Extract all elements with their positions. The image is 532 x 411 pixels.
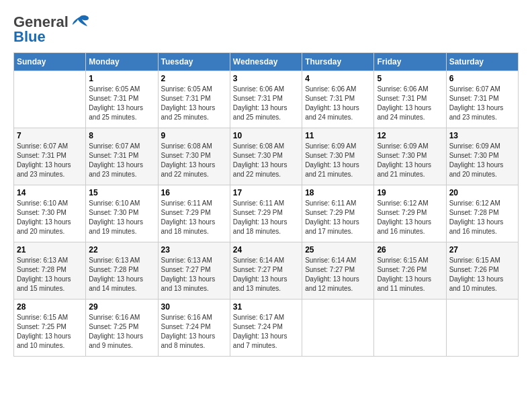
calendar-body: 1Sunrise: 6:05 AM Sunset: 7:31 PM Daylig… [14, 71, 519, 357]
day-number: 24 [233, 245, 299, 255]
day-of-week-header: Wednesday [230, 53, 302, 71]
day-info: Sunrise: 6:13 AM Sunset: 7:28 PM Dayligh… [17, 256, 83, 293]
calendar-cell: 4Sunrise: 6:06 AM Sunset: 7:31 PM Daylig… [302, 71, 374, 128]
day-number: 26 [377, 245, 443, 255]
calendar-cell: 21Sunrise: 6:13 AM Sunset: 7:28 PM Dayli… [14, 242, 86, 300]
day-info: Sunrise: 6:17 AM Sunset: 7:24 PM Dayligh… [233, 313, 299, 351]
calendar-cell: 18Sunrise: 6:11 AM Sunset: 7:29 PM Dayli… [302, 185, 374, 242]
day-info: Sunrise: 6:06 AM Sunset: 7:31 PM Dayligh… [377, 85, 443, 122]
logo-blue-text: Blue [13, 28, 46, 46]
day-of-week-header: Sunday [14, 53, 86, 71]
day-number: 10 [233, 131, 299, 140]
page-header: General Blue [13, 13, 519, 46]
day-number: 28 [17, 302, 83, 312]
calendar-cell: 11Sunrise: 6:09 AM Sunset: 7:30 PM Dayli… [302, 128, 374, 185]
day-number: 15 [89, 188, 154, 197]
calendar-cell: 15Sunrise: 6:10 AM Sunset: 7:30 PM Dayli… [86, 185, 158, 242]
day-number: 8 [89, 131, 154, 140]
calendar-cell: 3Sunrise: 6:06 AM Sunset: 7:31 PM Daylig… [230, 71, 302, 128]
calendar-cell: 22Sunrise: 6:13 AM Sunset: 7:28 PM Dayli… [86, 242, 158, 300]
day-info: Sunrise: 6:08 AM Sunset: 7:30 PM Dayligh… [233, 142, 299, 179]
day-number: 20 [449, 188, 515, 197]
day-number: 4 [305, 74, 371, 83]
day-number: 18 [305, 188, 371, 197]
calendar-cell: 1Sunrise: 6:05 AM Sunset: 7:31 PM Daylig… [86, 71, 158, 128]
calendar-cell [446, 300, 518, 357]
day-info: Sunrise: 6:12 AM Sunset: 7:29 PM Dayligh… [377, 199, 443, 236]
calendar-cell [374, 300, 446, 357]
day-of-week-header: Monday [86, 53, 158, 71]
calendar-week-row: 7Sunrise: 6:07 AM Sunset: 7:31 PM Daylig… [14, 128, 519, 185]
day-info: Sunrise: 6:07 AM Sunset: 7:31 PM Dayligh… [89, 142, 154, 179]
day-info: Sunrise: 6:15 AM Sunset: 7:26 PM Dayligh… [449, 256, 515, 293]
day-of-week-header: Friday [374, 53, 446, 71]
day-info: Sunrise: 6:10 AM Sunset: 7:30 PM Dayligh… [17, 199, 83, 236]
calendar-cell: 14Sunrise: 6:10 AM Sunset: 7:30 PM Dayli… [14, 185, 86, 242]
calendar-cell: 28Sunrise: 6:15 AM Sunset: 7:25 PM Dayli… [14, 300, 86, 357]
day-number: 1 [89, 74, 154, 83]
calendar-cell: 12Sunrise: 6:09 AM Sunset: 7:30 PM Dayli… [374, 128, 446, 185]
day-info: Sunrise: 6:06 AM Sunset: 7:31 PM Dayligh… [305, 85, 371, 122]
day-info: Sunrise: 6:13 AM Sunset: 7:28 PM Dayligh… [89, 256, 154, 293]
day-info: Sunrise: 6:12 AM Sunset: 7:28 PM Dayligh… [449, 199, 515, 236]
calendar-cell: 13Sunrise: 6:09 AM Sunset: 7:30 PM Dayli… [446, 128, 518, 185]
day-number: 11 [305, 131, 371, 140]
day-number: 31 [233, 302, 299, 312]
day-info: Sunrise: 6:07 AM Sunset: 7:31 PM Dayligh… [449, 85, 515, 122]
day-number: 6 [449, 74, 515, 83]
day-info: Sunrise: 6:06 AM Sunset: 7:31 PM Dayligh… [233, 85, 299, 122]
day-number: 21 [17, 245, 83, 255]
day-number: 19 [377, 188, 443, 197]
day-of-week-header: Tuesday [158, 53, 230, 71]
day-info: Sunrise: 6:10 AM Sunset: 7:30 PM Dayligh… [89, 199, 154, 236]
calendar-cell: 23Sunrise: 6:13 AM Sunset: 7:27 PM Dayli… [158, 242, 230, 300]
calendar-cell: 8Sunrise: 6:07 AM Sunset: 7:31 PM Daylig… [86, 128, 158, 185]
day-number: 7 [17, 131, 83, 140]
calendar-cell: 7Sunrise: 6:07 AM Sunset: 7:31 PM Daylig… [14, 128, 86, 185]
day-info: Sunrise: 6:11 AM Sunset: 7:29 PM Dayligh… [233, 199, 299, 236]
logo: General Blue [13, 13, 90, 46]
day-number: 16 [161, 188, 227, 197]
calendar-week-row: 1Sunrise: 6:05 AM Sunset: 7:31 PM Daylig… [14, 71, 519, 128]
calendar-week-row: 21Sunrise: 6:13 AM Sunset: 7:28 PM Dayli… [14, 242, 519, 300]
calendar-cell: 26Sunrise: 6:15 AM Sunset: 7:26 PM Dayli… [374, 242, 446, 300]
calendar-cell: 25Sunrise: 6:14 AM Sunset: 7:27 PM Dayli… [302, 242, 374, 300]
day-info: Sunrise: 6:15 AM Sunset: 7:26 PM Dayligh… [377, 256, 443, 293]
day-info: Sunrise: 6:11 AM Sunset: 7:29 PM Dayligh… [305, 199, 371, 236]
day-number: 14 [17, 188, 83, 197]
day-info: Sunrise: 6:11 AM Sunset: 7:29 PM Dayligh… [161, 199, 227, 236]
calendar-cell: 29Sunrise: 6:16 AM Sunset: 7:25 PM Dayli… [86, 300, 158, 357]
day-info: Sunrise: 6:05 AM Sunset: 7:31 PM Dayligh… [89, 85, 154, 122]
day-info: Sunrise: 6:09 AM Sunset: 7:30 PM Dayligh… [449, 142, 515, 179]
day-number: 13 [449, 131, 515, 140]
day-info: Sunrise: 6:05 AM Sunset: 7:31 PM Dayligh… [161, 85, 227, 122]
logo-bird-icon [70, 14, 90, 30]
day-number: 27 [449, 245, 515, 255]
day-number: 30 [161, 302, 227, 312]
day-of-week-header: Thursday [302, 53, 374, 71]
day-info: Sunrise: 6:15 AM Sunset: 7:25 PM Dayligh… [17, 313, 83, 351]
day-number: 29 [89, 302, 154, 312]
calendar-cell [302, 300, 374, 357]
calendar-cell: 2Sunrise: 6:05 AM Sunset: 7:31 PM Daylig… [158, 71, 230, 128]
day-info: Sunrise: 6:14 AM Sunset: 7:27 PM Dayligh… [233, 256, 299, 293]
day-number: 25 [305, 245, 371, 255]
calendar-cell: 30Sunrise: 6:16 AM Sunset: 7:24 PM Dayli… [158, 300, 230, 357]
day-info: Sunrise: 6:13 AM Sunset: 7:27 PM Dayligh… [161, 256, 227, 293]
calendar-cell: 19Sunrise: 6:12 AM Sunset: 7:29 PM Dayli… [374, 185, 446, 242]
calendar-header: SundayMondayTuesdayWednesdayThursdayFrid… [14, 53, 519, 71]
day-number: 5 [377, 74, 443, 83]
day-info: Sunrise: 6:14 AM Sunset: 7:27 PM Dayligh… [305, 256, 371, 293]
day-number: 23 [161, 245, 227, 255]
day-number: 9 [161, 131, 227, 140]
calendar-cell: 9Sunrise: 6:08 AM Sunset: 7:30 PM Daylig… [158, 128, 230, 185]
day-info: Sunrise: 6:16 AM Sunset: 7:24 PM Dayligh… [161, 313, 227, 351]
calendar-cell: 20Sunrise: 6:12 AM Sunset: 7:28 PM Dayli… [446, 185, 518, 242]
day-number: 12 [377, 131, 443, 140]
day-info: Sunrise: 6:08 AM Sunset: 7:30 PM Dayligh… [161, 142, 227, 179]
calendar-table: SundayMondayTuesdayWednesdayThursdayFrid… [13, 52, 519, 357]
calendar-cell: 5Sunrise: 6:06 AM Sunset: 7:31 PM Daylig… [374, 71, 446, 128]
calendar-cell: 24Sunrise: 6:14 AM Sunset: 7:27 PM Dayli… [230, 242, 302, 300]
day-info: Sunrise: 6:07 AM Sunset: 7:31 PM Dayligh… [17, 142, 83, 179]
days-of-week-row: SundayMondayTuesdayWednesdayThursdayFrid… [14, 53, 519, 71]
